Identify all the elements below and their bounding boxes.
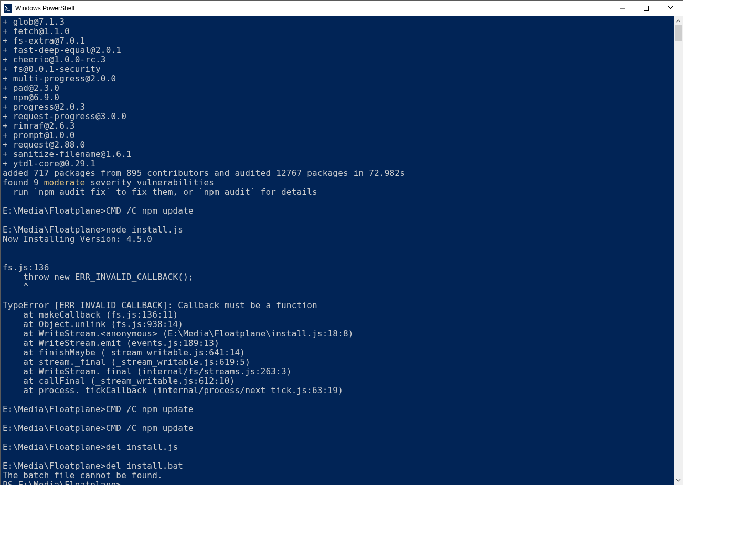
terminal-line: The batch file cannot be found.	[3, 471, 672, 480]
scroll-thumb[interactable]	[675, 25, 682, 41]
terminal-line: + fetch@1.1.0	[3, 27, 672, 36]
svg-rect-3	[644, 6, 649, 10]
terminal-line: at Object.unlink (fs.js:938:14)	[3, 320, 672, 329]
maximize-button[interactable]	[634, 1, 658, 16]
terminal-line: E:\Media\Floatplane>CMD /C npm update	[3, 206, 672, 216]
terminal-line: E:\Media\Floatplane>del install.bat	[3, 461, 672, 471]
terminal-line: + fs-extra@7.0.1	[3, 36, 672, 46]
terminal-line: + pad@2.3.0	[3, 83, 672, 93]
scrollbar-vertical[interactable]	[674, 16, 683, 485]
terminal-line: + fs@0.0.1-security	[3, 65, 672, 74]
terminal-line: E:\Media\Floatplane>node install.js	[3, 225, 672, 235]
terminal-line: + sanitize-filename@1.6.1	[3, 150, 672, 159]
terminal-line: at WriteStream.<anonymous> (E:\Media\Flo…	[3, 329, 672, 339]
terminal-line: + cheerio@1.0.0-rc.3	[3, 55, 672, 65]
terminal-line: at finishMaybe (_stream_writable.js:641:…	[3, 348, 672, 357]
terminal-line: + progress@2.0.3	[3, 102, 672, 112]
minimize-button[interactable]	[610, 1, 634, 16]
terminal-line: E:\Media\Floatplane>CMD /C npm update	[3, 405, 672, 414]
terminal-line	[3, 197, 672, 206]
powershell-icon	[4, 4, 12, 13]
terminal-line	[3, 254, 672, 263]
terminal-line: + npm@6.9.0	[3, 93, 672, 102]
terminal-line: found 9 moderate severity vulnerabilitie…	[3, 178, 672, 187]
terminal-line	[3, 216, 672, 225]
scroll-down-arrow-icon[interactable]	[674, 476, 683, 485]
terminal-line: at callFinal (_stream_writable.js:612:10…	[3, 376, 672, 386]
terminal-line	[3, 395, 672, 405]
terminal-line	[3, 291, 672, 301]
close-button[interactable]	[658, 1, 683, 16]
terminal-line: at process._tickCallback (internal/proce…	[3, 386, 672, 395]
terminal-line: + request@2.88.0	[3, 140, 672, 150]
terminal-line: throw new ERR_INVALID_CALLBACK();	[3, 272, 672, 282]
terminal-line	[3, 414, 672, 424]
terminal-line: + request-progress@3.0.0	[3, 112, 672, 121]
terminal-line: E:\Media\Floatplane>CMD /C npm update	[3, 424, 672, 433]
terminal-line	[3, 244, 672, 254]
terminal-line: ^	[3, 282, 672, 291]
terminal-line: + rimraf@2.6.3	[3, 121, 672, 131]
terminal-line: run `npm audit fix` to fix them, or `npm…	[3, 187, 672, 197]
terminal-line: + glob@7.1.3	[3, 17, 672, 27]
window-controls	[610, 1, 683, 16]
terminal-line: Now Installing Version: 4.5.0	[3, 235, 672, 244]
terminal-line	[3, 452, 672, 461]
terminal-line: + ytdl-core@0.29.1	[3, 159, 672, 169]
terminal-line: fs.js:136	[3, 263, 672, 272]
terminal-container: + glob@7.1.3+ fetch@1.1.0+ fs-extra@7.0.…	[1, 16, 683, 485]
terminal-line: at makeCallback (fs.js:136:11)	[3, 310, 672, 320]
terminal-line: + prompt@1.0.0	[3, 131, 672, 140]
svg-rect-0	[4, 4, 12, 13]
window-title: Windows PowerShell	[15, 5, 610, 12]
scroll-up-arrow-icon[interactable]	[674, 16, 683, 25]
terminal-line: at WriteStream._final (internal/fs/strea…	[3, 367, 672, 376]
terminal-output[interactable]: + glob@7.1.3+ fetch@1.1.0+ fs-extra@7.0.…	[1, 16, 674, 485]
terminal-line	[3, 433, 672, 443]
terminal-line: at stream._final (_stream_writable.js:61…	[3, 357, 672, 367]
terminal-line: added 717 packages from 895 contributors…	[3, 169, 672, 178]
terminal-line: TypeError [ERR_INVALID_CALLBACK]: Callba…	[3, 301, 672, 310]
terminal-prompt[interactable]: PS E:\Media\Floatplane>	[3, 480, 672, 485]
titlebar[interactable]: Windows PowerShell	[1, 1, 683, 16]
terminal-line: at WriteStream.emit (events.js:189:13)	[3, 339, 672, 348]
terminal-line: E:\Media\Floatplane>del install.js	[3, 443, 672, 452]
terminal-line: + fast-deep-equal@2.0.1	[3, 46, 672, 55]
terminal-line: + multi-progress@2.0.0	[3, 74, 672, 83]
